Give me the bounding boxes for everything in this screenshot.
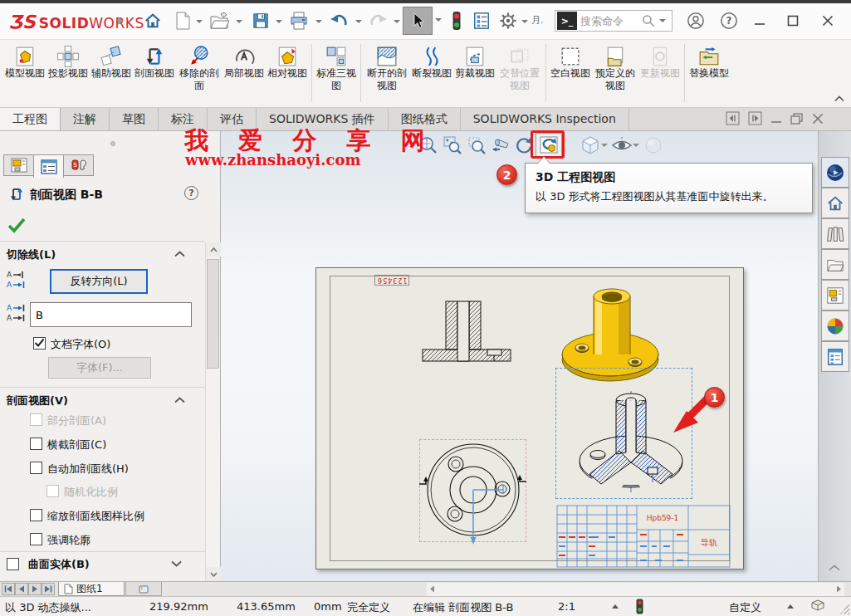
undo-icon[interactable] xyxy=(329,11,349,31)
previous-view-icon[interactable] xyxy=(490,134,511,156)
scroll-right-icon[interactable] xyxy=(836,585,842,593)
ribbon-button-replace-model[interactable]: 替换模型 xyxy=(687,42,731,80)
scrollbar-up-icon[interactable] xyxy=(206,242,221,257)
ribbon-button-predefined-view[interactable]: 预定义的视图 xyxy=(592,42,638,92)
print-icon[interactable] xyxy=(289,11,309,31)
traffic-light-icon[interactable] xyxy=(447,11,467,31)
ribbon-button-broken-out-section[interactable]: 断开的剖视图 xyxy=(364,42,410,92)
next-document-icon[interactable] xyxy=(748,111,762,125)
new-document-icon[interactable] xyxy=(173,11,193,31)
ribbon-button-standard-3-view[interactable]: 标准三视图 xyxy=(315,42,358,92)
task-pane-file-explorer-button[interactable] xyxy=(821,249,849,280)
task-pane-collapse-icon[interactable] xyxy=(829,565,840,571)
panel-help-icon[interactable]: ? xyxy=(184,186,198,200)
search-dropdown-icon[interactable] xyxy=(659,19,666,22)
scale-hatch-pattern-checkbox[interactable] xyxy=(30,509,42,521)
brand-expand-icon[interactable] xyxy=(118,17,123,25)
minimize-icon[interactable] xyxy=(747,12,772,30)
cut-line-collapse-icon[interactable] xyxy=(174,251,185,257)
account-icon[interactable] xyxy=(686,11,706,31)
resize-grip[interactable] xyxy=(839,604,849,614)
tab-sketch[interactable]: 草图 xyxy=(110,108,159,130)
ribbon-button-crop-view[interactable]: 剪裁视图 xyxy=(453,42,496,80)
reverse-direction-button[interactable]: 反转方向(L) xyxy=(50,269,148,294)
evaluate-list-icon[interactable] xyxy=(472,11,492,31)
surface-bodies-checkbox[interactable] xyxy=(7,558,19,570)
hide-show-items-icon[interactable] xyxy=(611,134,633,156)
top-circular-view[interactable] xyxy=(418,436,530,548)
ribbon-button-detail-view[interactable]: 局部视图 xyxy=(223,42,266,80)
doc-restore-icon[interactable] xyxy=(790,113,804,125)
search-icon[interactable] xyxy=(642,14,655,27)
previous-sheet-icon[interactable] xyxy=(15,583,28,595)
view-orientation-icon[interactable] xyxy=(580,134,601,156)
section-view-section-header[interactable]: 剖面视图(V) xyxy=(7,394,68,408)
slice-section-checkbox[interactable] xyxy=(30,438,42,450)
ribbon-button-removed-section[interactable]: 移除的剖面 xyxy=(176,42,223,92)
open-file-dropdown-icon[interactable] xyxy=(236,20,242,23)
surface-bodies-header[interactable]: 曲面实体(B) xyxy=(28,557,90,572)
tab-annotation[interactable]: 注解 xyxy=(61,108,110,130)
sheet-tab-sheet1[interactable]: 图纸1 xyxy=(58,582,125,596)
task-pane-custom-properties-button[interactable] xyxy=(821,341,849,372)
status-traffic-light-icon[interactable] xyxy=(636,599,643,614)
select-tool-dropdown-icon[interactable] xyxy=(435,18,442,22)
task-pane-resources-button[interactable] xyxy=(821,157,849,188)
ribbon-button-break-view[interactable]: 断裂视图 xyxy=(410,42,453,80)
document-font-checkbox[interactable] xyxy=(33,337,46,350)
quick-tips-icon[interactable] xyxy=(810,599,825,613)
ribbon-button-empty-view[interactable]: 空白视图 xyxy=(549,42,592,80)
last-sheet-icon[interactable] xyxy=(42,583,55,595)
task-pane-view-palette-button[interactable] xyxy=(821,280,849,310)
horizontal-scrollbar[interactable] xyxy=(427,583,844,596)
options-dropdown-icon[interactable] xyxy=(521,20,528,23)
close-icon[interactable] xyxy=(815,12,840,30)
panel-scrollbar[interactable] xyxy=(205,242,220,581)
surface-bodies-expand-icon[interactable] xyxy=(171,560,182,567)
hide-show-dropdown-icon[interactable] xyxy=(633,144,639,147)
panel-tab-configuration-manager[interactable]: S xyxy=(63,154,94,176)
search-input[interactable] xyxy=(580,15,642,27)
cut-line-section-header[interactable]: 切除线(L) xyxy=(7,247,56,262)
scrollbar-thumb[interactable] xyxy=(207,259,219,369)
new-document-dropdown-icon[interactable] xyxy=(196,20,203,23)
section-view-collapse-icon[interactable] xyxy=(174,397,185,403)
ribbon-button-section-view[interactable]: 剖面视图 xyxy=(133,42,176,80)
task-pane-appearances-button[interactable] xyxy=(821,310,849,341)
drawing-sheet[interactable]: 123456 xyxy=(315,267,744,570)
custom-dropdown-icon[interactable] xyxy=(787,604,794,609)
maximize-icon[interactable] xyxy=(780,12,805,30)
task-pane-design-library-button[interactable] xyxy=(821,218,849,249)
panel-splitter-grip[interactable] xyxy=(110,141,115,146)
previous-document-icon[interactable] xyxy=(726,111,740,125)
ribbon-button-auxiliary-view[interactable]: 辅助视图 xyxy=(90,42,133,80)
tab-drawing[interactable]: 工程图 xyxy=(0,108,61,130)
ribbon-collapse-icon[interactable] xyxy=(834,95,844,102)
tab-inspection[interactable]: SOLIDWORKS Inspection xyxy=(461,108,629,130)
panel-tab-property-manager[interactable] xyxy=(33,154,64,178)
scroll-left-icon[interactable] xyxy=(429,585,435,593)
status-custom-mode[interactable]: 自定义 xyxy=(729,600,761,615)
next-sheet-icon[interactable] xyxy=(28,583,42,595)
home-icon[interactable] xyxy=(143,11,163,31)
select-tool-button[interactable] xyxy=(403,7,433,35)
section-label-input[interactable] xyxy=(30,302,192,327)
status-sheet-scale[interactable]: 2:1 xyxy=(558,600,575,613)
ribbon-button-projected-view[interactable]: 投影视图 xyxy=(46,42,90,80)
front-section-view[interactable] xyxy=(416,298,524,369)
command-search-box[interactable]: >_ xyxy=(555,10,672,32)
emphasize-outline-checkbox[interactable] xyxy=(30,533,42,545)
zoom-to-selection-icon[interactable] xyxy=(466,134,487,156)
first-sheet-icon[interactable] xyxy=(2,583,15,595)
add-sheet-tab[interactable] xyxy=(125,582,162,596)
doc-close-icon[interactable] xyxy=(812,113,824,125)
panel-tab-feature-manager[interactable] xyxy=(3,154,34,176)
save-dropdown-icon[interactable] xyxy=(276,20,282,23)
auto-hatching-checkbox[interactable] xyxy=(30,462,42,474)
task-pane-home-button[interactable] xyxy=(821,188,849,218)
zoom-to-area-icon[interactable] xyxy=(442,134,463,156)
ribbon-button-model-view[interactable]: 模型视图 xyxy=(3,42,46,80)
ribbon-button-relative-view[interactable]: 相对视图 xyxy=(266,42,309,80)
doc-minimize-icon[interactable] xyxy=(770,113,782,125)
view-orientation-dropdown-icon[interactable] xyxy=(601,144,608,147)
